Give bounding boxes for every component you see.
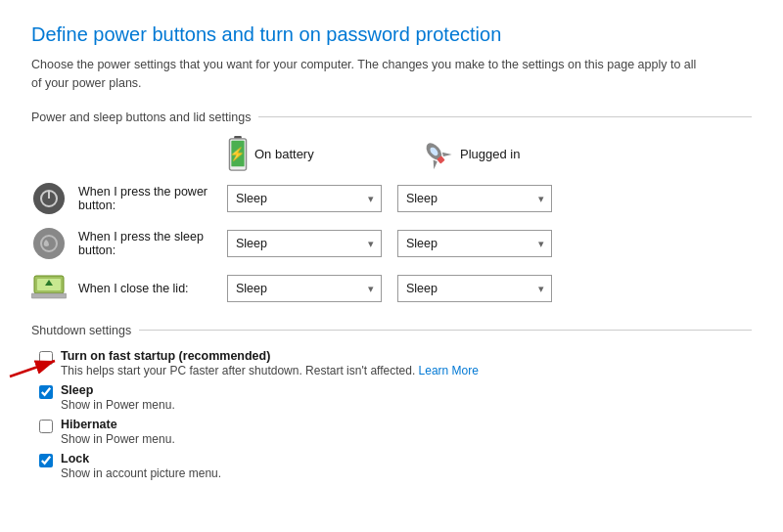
on-battery-column-header: ⚡ On battery [227,136,403,173]
sleep-button-plugged-in-dropdown[interactable]: Do nothing Sleep Hibernate Shut down [397,230,552,257]
power-button-plugged-in-dropdown[interactable]: Do nothing Sleep Hibernate Shut down [397,185,552,212]
power-button-label: When I press the power button: [78,185,227,212]
sleep-button-row: When I press the sleep button: Do nothin… [31,226,752,261]
plugged-in-column-header: Plugged in [419,137,595,172]
power-button-plugged-in-select[interactable]: Do nothing Sleep Hibernate Shut down [397,185,552,212]
svg-text:⚡: ⚡ [230,145,247,161]
lid-row: When I close the lid: Do nothing Sleep H… [31,271,752,306]
svg-rect-14 [31,293,67,298]
arrow-annotation [8,351,67,378]
hibernate-sublabel: Show in Power menu. [61,432,175,446]
sleep-button-on-battery-dropdown[interactable]: Do nothing Sleep Hibernate Shut down [227,230,382,257]
battery-icon: ⚡ [227,136,249,173]
sleep-sublabel: Show in Power menu. [61,398,175,412]
power-button-icon [31,181,67,216]
power-button-row: When I press the power button: Do nothin… [31,181,752,216]
sleep-shutdown-label[interactable]: Sleep [61,383,175,397]
on-battery-label: On battery [254,147,314,161]
lock-sublabel: Show in account picture menu. [61,466,221,480]
sleep-button-icon [31,226,67,261]
fast-startup-sublabel: This helps start your PC faster after sh… [61,364,479,377]
shutdown-section: Shutdown settings Turn on fast startup (… [31,324,752,480]
plugged-in-icon [419,137,454,172]
power-sleep-section-label: Power and sleep buttons and lid settings [31,111,251,124]
hibernate-checkbox[interactable] [39,420,53,433]
learn-more-link[interactable]: Learn More [419,364,479,377]
sleep-button-plugged-in-select[interactable]: Do nothing Sleep Hibernate Shut down [397,230,552,257]
hibernate-checkbox-row: Hibernate Show in Power menu. [39,418,752,446]
fast-startup-row: Turn on fast startup (recommended) This … [39,349,752,377]
sleep-button-label: When I press the sleep button: [78,230,227,257]
lid-plugged-in-select[interactable]: Do nothing Sleep Hibernate Shut down [397,275,552,302]
shutdown-section-label: Shutdown settings [31,324,131,337]
fast-startup-desc: This helps start your PC faster after sh… [61,364,415,377]
lid-on-battery-select[interactable]: Do nothing Sleep Hibernate Shut down [227,275,382,302]
sleep-button-on-battery-select[interactable]: Do nothing Sleep Hibernate Shut down [227,230,382,257]
plugged-in-label: Plugged in [460,147,520,161]
lock-label[interactable]: Lock [61,452,221,466]
fast-startup-label[interactable]: Turn on fast startup (recommended) [61,349,479,363]
power-button-on-battery-select[interactable]: Do nothing Sleep Hibernate Shut down [227,185,382,212]
hibernate-label[interactable]: Hibernate [61,418,175,431]
lock-checkbox-row: Lock Show in account picture menu. [39,452,752,480]
page-description: Choose the power settings that you want … [31,56,697,93]
power-button-on-battery-dropdown[interactable]: Do nothing Sleep Hibernate Shut down [227,185,382,212]
page-title: Define power buttons and turn on passwor… [31,23,752,46]
lock-checkbox[interactable] [39,454,53,467]
lid-plugged-in-dropdown[interactable]: Do nothing Sleep Hibernate Shut down [397,275,552,302]
sleep-checkbox-row: Sleep Show in Power menu. [39,383,752,412]
sleep-checkbox[interactable] [39,385,53,399]
lid-label: When I close the lid: [78,282,227,295]
lid-icon [31,271,67,306]
svg-line-17 [10,361,55,377]
svg-point-11 [41,236,57,251]
lid-on-battery-dropdown[interactable]: Do nothing Sleep Hibernate Shut down [227,275,382,302]
